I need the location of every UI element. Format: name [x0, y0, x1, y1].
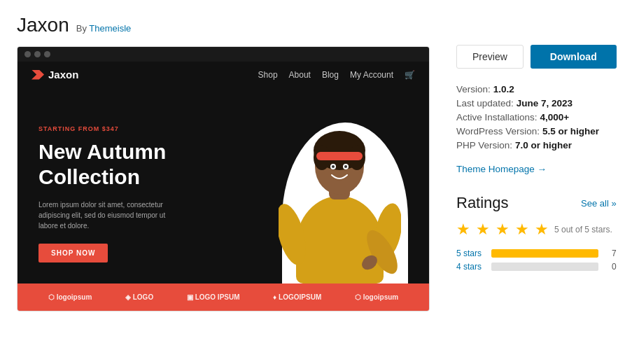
rating-bars: 5 stars 7 4 stars 0 [456, 248, 617, 272]
nav-logo-text: Jaxon [48, 69, 78, 80]
svg-point-13 [332, 165, 335, 168]
action-buttons: Preview Download [456, 45, 617, 69]
logo-icon-1: ⬡ [48, 293, 55, 301]
logo-item-2: ◈ LOGO [125, 293, 153, 301]
ratings-header: Ratings See all » [456, 194, 617, 212]
rating-bar-row-4: 4 stars 0 [456, 262, 617, 272]
logo-item-5: ⬡ logoipsum [355, 293, 399, 301]
meta-table: Version: 1.0.2 Last updated: June 7, 202… [456, 84, 617, 150]
logo-icon-3: ▣ [187, 293, 193, 301]
hero-title: New AutumnCollection [38, 139, 268, 190]
theme-name: Jaxon [17, 14, 69, 36]
star-2: ★ [476, 220, 490, 239]
logo-icon-2: ◈ [125, 293, 131, 301]
browser-dot-3 [44, 51, 50, 57]
version-label: Version: [456, 84, 491, 94]
rating-text: 5 out of 5 stars. [554, 225, 612, 234]
right-column: Preview Download Version: 1.0.2 Last upd… [456, 14, 617, 312]
theme-nav-links: Shop About Blog My Account 🛒 [258, 70, 415, 80]
logo-item-1: ⬡ logoipsum [48, 293, 92, 301]
preview-button[interactable]: Preview [456, 45, 524, 69]
rating-bar-row-5: 5 stars 7 [456, 248, 617, 258]
meta-php-row: PHP Version: 7.0 or higher [456, 140, 617, 150]
theme-homepage-link[interactable]: Theme Homepage → [456, 164, 547, 174]
browser-bar [17, 47, 429, 62]
ratings-section: Ratings See all » ★ ★ ★ ★ ★ 5 out of 5 s… [456, 194, 617, 272]
browser-dot-1 [24, 51, 31, 57]
hero-person-svg [279, 112, 401, 284]
hero-desc: Lorem ipsum dolor sit amet, consectetur … [38, 200, 178, 231]
updated-label: Last updated: [456, 98, 514, 108]
meta-installs-row: Active Installations: 4,000+ [456, 112, 617, 122]
php-value: 7.0 or higher [515, 140, 572, 150]
bar-track-5 [491, 249, 598, 258]
logo-item-3: ▣ LOGO IPSUM [187, 293, 240, 301]
author-link[interactable]: Themeisle [89, 23, 131, 34]
meta-wp-row: WordPress Version: 5.5 or higher [456, 126, 617, 136]
hero-image-area [268, 102, 408, 284]
wp-label: WordPress Version: [456, 126, 540, 136]
php-label: PHP Version: [456, 140, 512, 150]
logo-icon-5: ⬡ [355, 293, 361, 301]
version-value: 1.0.2 [493, 84, 514, 94]
wp-value: 5.5 or higher [542, 126, 599, 136]
theme-title-row: Jaxon By Themeisle [17, 14, 437, 36]
left-column: Jaxon By Themeisle Jaxon [17, 14, 437, 312]
star-5: ★ [535, 220, 549, 239]
hero-shop-button[interactable]: SHOP NOW [38, 244, 108, 262]
nav-link-shop: Shop [258, 70, 278, 80]
bar-count-4: 0 [605, 262, 617, 272]
logo-item-4: ♦ LOGOIPSUM [273, 293, 321, 301]
ratings-title: Ratings [456, 194, 509, 212]
star-4: ★ [515, 220, 529, 239]
nav-cart-icon: 🛒 [405, 70, 415, 80]
hero-subtitle: STARTING FROM $347 [38, 125, 268, 132]
star-3: ★ [496, 220, 510, 239]
logo-icon-4: ♦ [273, 293, 276, 301]
rating-label-5[interactable]: 5 stars [456, 248, 484, 258]
nav-link-about: About [289, 70, 311, 80]
nav-logo-icon [31, 70, 44, 80]
installs-value: 4,000+ [540, 112, 570, 122]
star-1: ★ [456, 220, 470, 239]
meta-version-row: Version: 1.0.2 [456, 84, 617, 94]
browser-dot-2 [34, 51, 41, 57]
svg-point-14 [344, 165, 347, 168]
updated-value: June 7, 2023 [517, 98, 573, 108]
nav-link-account: My Account [350, 70, 393, 80]
hero-text: STARTING FROM $347 New AutumnCollection … [38, 125, 268, 284]
installs-label: Active Installations: [456, 112, 538, 122]
nav-link-blog: Blog [322, 70, 339, 80]
bar-track-4 [491, 262, 598, 271]
theme-preview-box: Jaxon Shop About Blog My Account 🛒 START… [17, 46, 430, 312]
bar-count-5: 7 [605, 248, 617, 258]
theme-nav-logo: Jaxon [31, 69, 78, 80]
meta-updated-row: Last updated: June 7, 2023 [456, 98, 617, 108]
svg-rect-10 [316, 152, 363, 160]
theme-nav: Jaxon Shop About Blog My Account 🛒 [17, 62, 429, 88]
download-button[interactable]: Download [531, 45, 617, 69]
rating-label-4[interactable]: 4 stars [456, 262, 484, 272]
theme-by: By Themeisle [76, 23, 132, 34]
stars-row: ★ ★ ★ ★ ★ 5 out of 5 stars. [456, 220, 617, 239]
see-all-link[interactable]: See all » [581, 198, 617, 209]
theme-hero: STARTING FROM $347 New AutumnCollection … [17, 88, 429, 284]
bar-fill-5 [491, 249, 598, 258]
browser-dots [24, 51, 50, 57]
logos-bar: ⬡ logoipsum ◈ LOGO ▣ LOGO IPSUM ♦ LOGOIP… [17, 284, 429, 311]
